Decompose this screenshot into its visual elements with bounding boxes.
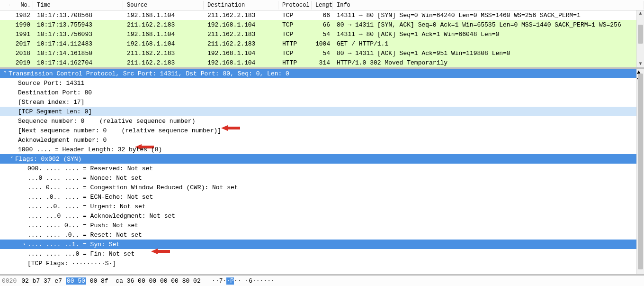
col-header-length[interactable]: Length — [312, 1, 333, 9]
flag-reset[interactable]: .... .... .0.. = Reset: Not set — [0, 230, 644, 240]
hex-ascii: ··7· — [201, 277, 227, 285]
hex-ascii: ·· ·6······ — [234, 277, 275, 285]
hex-bytes: 02 b7 37 e7 — [21, 277, 66, 285]
field-header-length[interactable]: 1000 .... = Header Length: 32 bytes (8) — [0, 145, 644, 154]
flag-nonce[interactable]: ...0 .... .... = Nonce: Not set — [0, 173, 644, 183]
packet-list-pane: No. Time Source Destination Protocol Len… — [0, 0, 644, 69]
packet-row[interactable]: 198210:17:13.708568192.168.1.104211.162.… — [0, 10, 644, 20]
scroll-down-icon[interactable]: ▼ — [637, 61, 644, 67]
col-header-time[interactable]: Time — [33, 1, 123, 9]
chevron-down-icon[interactable]: ˅ — [9, 156, 15, 162]
flag-cwr[interactable]: .... 0... .... = Congestion Window Reduc… — [0, 183, 644, 192]
red-arrow-icon — [199, 117, 218, 125]
flag-urgent[interactable]: .... ..0. .... = Urgent: Not set — [0, 202, 644, 211]
flags-header[interactable]: ˅ Flags: 0x002 (SYN) — [0, 154, 644, 164]
col-header-protocol[interactable]: Protocol — [278, 1, 312, 9]
hex-bytes: 00 8f ca 36 00 00 00 00 80 02 — [86, 277, 201, 285]
flag-ack[interactable]: .... ...0 .... = Acknowledgment: Not set — [0, 211, 644, 221]
flag-fin[interactable]: .... .... ...0 = Fin: Not set — [0, 249, 644, 258]
field-acknowledgment-number[interactable]: Acknowledgment number: 0 — [0, 135, 644, 145]
col-header-info[interactable]: Info — [333, 1, 644, 9]
details-scrollbar[interactable]: ▲ ▼ — [636, 69, 644, 274]
packet-row[interactable]: 201810:17:14.161850211.162.2.183192.168.… — [0, 48, 644, 58]
hex-offset: 0020 — [2, 277, 17, 285]
col-header-source[interactable]: Source — [123, 1, 204, 9]
scrollbar-thumb[interactable] — [638, 74, 643, 269]
field-tcp-segment-len[interactable]: [TCP Segment Len: 0] — [0, 107, 644, 116]
tcp-protocol-header[interactable]: ˅ Transmission Control Protocol, Src Por… — [0, 69, 644, 78]
flag-push[interactable]: .... .... 0... = Push: Not set — [0, 221, 644, 230]
scrollbar-thumb[interactable] — [638, 25, 643, 44]
packet-row[interactable]: 201910:17:14.162704211.162.2.183192.168.… — [0, 58, 644, 67]
packet-rows: 198210:17:13.708568192.168.1.104211.162.… — [0, 10, 644, 67]
field-source-port[interactable]: Source Port: 14311 — [0, 78, 644, 88]
tcp-header-text: Transmission Control Protocol, Src Port:… — [9, 70, 289, 77]
field-sequence-number[interactable]: Sequence number: 0 (relative sequence nu… — [0, 116, 644, 126]
packet-list-header: No. Time Source Destination Protocol Len… — [0, 0, 644, 10]
scroll-up-icon[interactable]: ▲ — [637, 10, 644, 17]
tcp-flags-summary[interactable]: [TCP Flags: ·········S·] — [0, 258, 644, 268]
hex-ascii-selected: ·P — [226, 277, 234, 285]
field-stream-index[interactable]: [Stream index: 17] — [0, 97, 644, 107]
hex-dump-pane[interactable]: 0020 02 b7 37 e7 00 50 00 8f ca 36 00 00… — [0, 276, 644, 286]
packet-row[interactable]: 199110:17:13.756093192.168.1.104211.162.… — [0, 29, 644, 39]
packet-row[interactable]: 199010:17:13.755943211.162.2.183192.168.… — [0, 20, 644, 29]
field-destination-port[interactable]: Destination Port: 80 — [0, 88, 644, 97]
col-header-destination[interactable]: Destination — [204, 1, 278, 9]
chevron-down-icon[interactable]: ˅ — [2, 71, 9, 77]
red-arrow-icon — [113, 136, 132, 144]
col-expand — [0, 4, 9, 6]
hex-bytes-selected: 00 50 — [66, 277, 86, 285]
col-header-no[interactable]: No. — [9, 1, 33, 9]
field-next-sequence-number[interactable]: [Next sequence number: 0 (relative seque… — [0, 126, 644, 135]
packet-details-pane: ˅ Transmission Control Protocol, Src Por… — [0, 69, 644, 276]
packet-list-scrollbar[interactable]: ▲ ▼ — [636, 10, 644, 67]
flags-header-text: Flags: 0x002 (SYN) — [15, 156, 81, 163]
flag-ecn[interactable]: .... .0.. .... = ECN-Echo: Not set — [0, 192, 644, 202]
chevron-right-icon[interactable]: › — [21, 241, 27, 247]
flag-reserved[interactable]: 000. .... .... = Reserved: Not set — [0, 164, 644, 173]
red-arrow-icon — [129, 240, 148, 248]
flag-syn[interactable]: ›.... .... ..1. = Syn: Set — [0, 240, 644, 249]
packet-row[interactable]: 201710:17:14.112483192.168.1.104211.162.… — [0, 39, 644, 48]
